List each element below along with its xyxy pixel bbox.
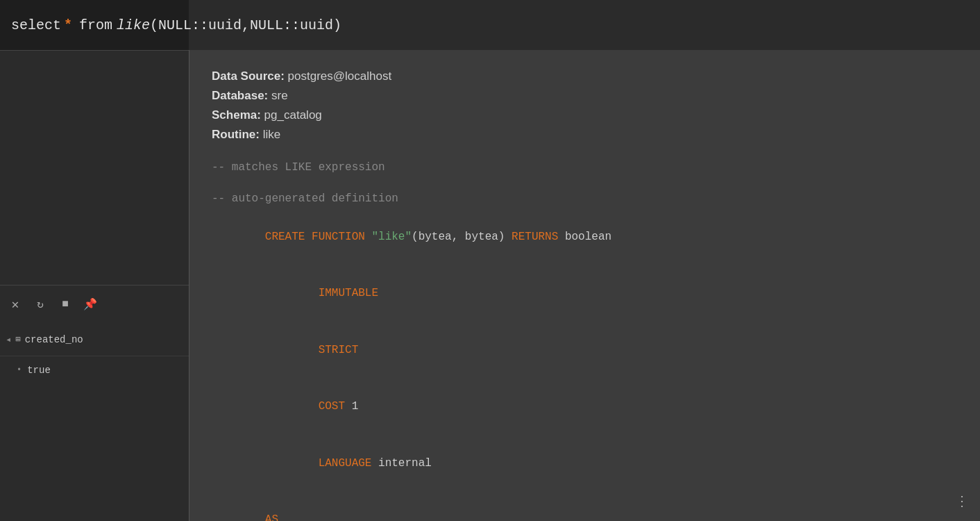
refresh-icon[interactable]: ↻: [31, 295, 50, 314]
returns-keyword: RETURNS: [512, 231, 565, 243]
bullet-icon: •: [17, 365, 22, 375]
data-source-line: Data Source: postgres@localhost: [212, 69, 958, 83]
code-strict: STRICT: [212, 322, 958, 379]
function-name-string: "like": [371, 231, 412, 243]
language-keyword: LANGUAGE: [265, 457, 378, 470]
row-label: created_no: [25, 334, 83, 345]
tooltip-meta: Data Source: postgres@localhost Database…: [212, 69, 958, 142]
stop-icon[interactable]: ■: [56, 295, 75, 314]
routine-value: like: [263, 128, 281, 141]
routine-label: Routine:: [212, 128, 260, 141]
tooltip-panel: Data Source: postgres@localhost Database…: [189, 50, 980, 521]
create-keyword: CREATE FUNCTION: [265, 231, 372, 243]
three-dots-menu[interactable]: ⋮: [955, 493, 969, 510]
code-language: LANGUAGE internal: [212, 436, 958, 493]
strict-keyword: STRICT: [265, 344, 358, 356]
routine-line: Routine: like: [212, 128, 958, 142]
sql-from: from: [79, 17, 112, 33]
database-label: Database:: [212, 89, 268, 102]
data-value-row: • true: [0, 356, 189, 384]
left-middle: [0, 51, 189, 287]
code-comment1: -- matches LIKE expression: [212, 158, 958, 177]
data-section: ◂ ⊞ created_no • true: [0, 323, 189, 521]
code-comment2: -- auto-generated definition: [212, 190, 958, 208]
tooltip-content: Data Source: postgres@localhost Database…: [189, 50, 980, 521]
schema-label: Schema:: [212, 108, 261, 122]
pin-icon[interactable]: 📌: [81, 295, 100, 314]
code-create: CREATE FUNCTION "like"(bytea, bytea) RET…: [212, 208, 958, 265]
as-keyword: AS: [265, 513, 278, 521]
database-value: sre: [271, 89, 288, 102]
code-cost: COST 1: [212, 379, 958, 436]
sql-bar: select * from like(NULL::uuid,NULL::uuid…: [0, 0, 189, 50]
sql-star: *: [64, 17, 72, 33]
toolbar: ✕ ↻ ■ 📌: [0, 285, 189, 323]
schema-value: pg_catalog: [264, 108, 322, 122]
immutable-keyword: IMMUTABLE: [265, 287, 378, 299]
cost-value: 1: [352, 400, 359, 413]
code-as: AS: [212, 492, 958, 521]
cost-keyword: COST: [265, 400, 352, 413]
table-row[interactable]: ◂ ⊞ created_no: [0, 323, 189, 356]
expand-icon: ◂: [6, 333, 11, 345]
language-type: internal: [378, 457, 432, 470]
left-panel: select * from like(NULL::uuid,NULL::uuid…: [0, 0, 189, 521]
data-source-value: postgres@localhost: [288, 69, 392, 83]
data-source-label: Data Source:: [212, 69, 285, 83]
code-block: -- matches LIKE expression -- auto-gener…: [212, 158, 958, 521]
close-icon[interactable]: ✕: [6, 295, 25, 314]
sql-args: (NULL::uuid,NULL::uuid): [150, 17, 341, 33]
row-value: true: [27, 365, 51, 376]
code-immutable: IMMUTABLE: [212, 265, 958, 322]
sql-select: select: [11, 17, 61, 33]
database-line: Database: sre: [212, 89, 958, 103]
table-icon: ⊞: [15, 334, 20, 345]
return-type: boolean: [565, 231, 611, 243]
function-sig: (bytea, bytea): [412, 231, 512, 243]
schema-line: Schema: pg_catalog: [212, 108, 958, 122]
sql-function: like: [117, 17, 150, 33]
